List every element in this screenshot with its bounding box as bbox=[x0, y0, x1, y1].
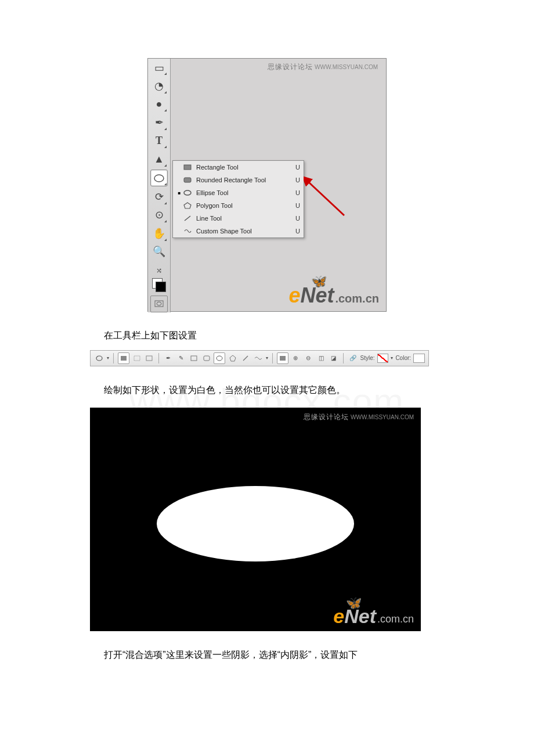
watermark-en: WWW.MISSYUAN.COM bbox=[315, 64, 378, 70]
tool-preset-icon[interactable] bbox=[94, 353, 104, 363]
flyout-shortcut: U bbox=[291, 202, 300, 209]
svg-point-0 bbox=[154, 175, 164, 182]
svg-rect-19 bbox=[280, 356, 286, 361]
link-icon[interactable]: 🔗 bbox=[348, 353, 358, 363]
svg-line-18 bbox=[243, 356, 248, 361]
flyout-shortcut: U bbox=[291, 189, 300, 196]
separator bbox=[158, 353, 159, 363]
ellipse-shape-icon[interactable] bbox=[214, 352, 225, 364]
zoom-tool[interactable]: 🔍 bbox=[151, 244, 167, 260]
style-label: Style: bbox=[360, 355, 375, 361]
flyout-custom-shape[interactable]: Custom Shape Tool U bbox=[173, 225, 304, 237]
custom-shape-icon bbox=[182, 227, 193, 235]
gradient-tool[interactable]: ▭ bbox=[151, 60, 167, 75]
flyout-shortcut: U bbox=[291, 215, 300, 222]
path-selection-tool[interactable]: ▲ bbox=[151, 151, 167, 167]
background-color[interactable] bbox=[156, 282, 166, 292]
dropdown-icon[interactable]: ▾ bbox=[391, 355, 393, 361]
svg-point-16 bbox=[217, 356, 222, 361]
hand-tool[interactable]: ✋ bbox=[151, 225, 167, 241]
rect-shape-icon[interactable] bbox=[189, 353, 199, 363]
swap-colors[interactable]: ⤭ bbox=[151, 267, 167, 275]
dodge-tool[interactable]: ● bbox=[151, 96, 167, 112]
butterfly-icon: 🦋 bbox=[346, 596, 362, 611]
pen-tool[interactable]: ✒ bbox=[151, 114, 167, 130]
enet-watermark: 🦋 e Net .com.cn bbox=[288, 283, 379, 308]
flyout-rounded-rect[interactable]: Rounded Rectangle Tool U bbox=[173, 174, 304, 186]
svg-rect-13 bbox=[146, 356, 152, 361]
flyout-label: Rounded Rectangle Tool bbox=[193, 177, 291, 183]
blur-tool[interactable]: ◔ bbox=[151, 78, 167, 93]
flyout-shortcut: U bbox=[291, 164, 300, 171]
watermark-missyuan: 思缘设计论坛 WWW.MISSYUAN.COM bbox=[268, 62, 378, 72]
flyout-line[interactable]: Line Tool U bbox=[173, 212, 304, 225]
dropdown-icon[interactable]: ▾ bbox=[266, 355, 268, 361]
shape-tool[interactable] bbox=[150, 170, 168, 186]
annotation-arrow bbox=[304, 175, 350, 221]
svg-point-10 bbox=[96, 356, 102, 361]
roundrect-shape-icon[interactable] bbox=[201, 353, 212, 363]
combine-new-icon[interactable] bbox=[277, 352, 288, 364]
separator bbox=[113, 353, 114, 363]
3d-rotate-tool[interactable]: ⟳ bbox=[151, 189, 167, 204]
flyout-label: Custom Shape Tool bbox=[193, 228, 291, 235]
svg-line-7 bbox=[185, 216, 190, 221]
combine-intersect-icon[interactable]: ◫ bbox=[316, 353, 326, 363]
enet-e: e bbox=[288, 283, 300, 308]
style-swatch[interactable] bbox=[377, 354, 389, 363]
flyout-label: Rectangle Tool bbox=[193, 164, 291, 171]
flyout-rectangle[interactable]: Rectangle Tool U bbox=[173, 161, 304, 174]
enet-e: e bbox=[333, 605, 344, 628]
enet-domain: .com.cn bbox=[335, 292, 379, 305]
flyout-polygon[interactable]: Polygon Tool U bbox=[173, 199, 304, 212]
combine-exclude-icon[interactable]: ◪ bbox=[329, 353, 339, 363]
flyout-label: Ellipse Tool bbox=[193, 189, 291, 196]
svg-line-9 bbox=[308, 182, 344, 215]
svg-rect-15 bbox=[204, 356, 210, 361]
flyout-shortcut: U bbox=[291, 177, 300, 183]
color-swatches[interactable] bbox=[151, 277, 167, 293]
color-swatch[interactable] bbox=[413, 354, 425, 363]
custom-shape-icon[interactable] bbox=[253, 353, 264, 363]
check-mark: ■ bbox=[176, 190, 182, 196]
3d-orbit-tool[interactable]: ⊙ bbox=[151, 207, 167, 223]
quick-mask[interactable] bbox=[150, 296, 168, 312]
options-bar: ▾ ✒ ✎ ▾ ⊕ ⊖ ◫ ◪ 🔗 Style: ▾ Color: bbox=[90, 350, 429, 366]
freeform-pen-icon[interactable]: ✎ bbox=[176, 353, 186, 363]
line-shape-icon[interactable] bbox=[240, 353, 251, 363]
line-icon bbox=[182, 214, 193, 222]
flyout-shortcut: U bbox=[291, 228, 300, 235]
shape-tool-flyout: Rectangle Tool U Rounded Rectangle Tool … bbox=[172, 160, 304, 238]
enet-watermark-2: 🦋 e Net .com.cn bbox=[333, 605, 414, 628]
svg-rect-3 bbox=[184, 165, 191, 170]
separator bbox=[272, 353, 273, 363]
separator bbox=[343, 353, 344, 363]
svg-marker-6 bbox=[184, 203, 191, 208]
flyout-label: Polygon Tool bbox=[193, 202, 291, 209]
caption-1: 在工具栏上如下图设置 bbox=[104, 328, 444, 343]
tool-palette: ▭ ◔ ● ✒ T ▲ ⟳ ⊙ ✋ 🔍 ⤭ bbox=[148, 59, 171, 312]
ellipse-icon bbox=[182, 189, 193, 197]
paths-mode[interactable] bbox=[132, 353, 142, 363]
shape-layers-mode[interactable] bbox=[118, 352, 129, 364]
butterfly-icon: 🦋 bbox=[311, 274, 327, 289]
fill-pixels-mode[interactable] bbox=[144, 353, 154, 363]
combine-subtract-icon[interactable]: ⊖ bbox=[303, 353, 313, 363]
svg-point-5 bbox=[184, 190, 191, 195]
pen-icon[interactable]: ✒ bbox=[163, 353, 174, 363]
type-tool[interactable]: T bbox=[151, 133, 167, 149]
svg-rect-14 bbox=[191, 356, 197, 361]
watermark-cn: 思缘设计论坛 bbox=[304, 413, 349, 421]
color-label: Color: bbox=[395, 355, 411, 361]
dropdown-icon[interactable]: ▾ bbox=[107, 355, 109, 361]
rounded-rect-icon bbox=[182, 176, 193, 184]
svg-rect-12 bbox=[134, 356, 140, 361]
flyout-label: Line Tool bbox=[193, 215, 291, 222]
polygon-shape-icon[interactable] bbox=[228, 353, 238, 363]
flyout-ellipse[interactable]: ■ Ellipse Tool U bbox=[173, 186, 304, 199]
canvas-result: 思缘设计论坛 WWW.MISSYUAN.COM 🦋 e Net .com.cn bbox=[90, 408, 421, 631]
polygon-icon bbox=[182, 201, 193, 210]
watermark-cn: 思缘设计论坛 bbox=[268, 63, 313, 71]
combine-add-icon[interactable]: ⊕ bbox=[291, 353, 301, 363]
svg-point-2 bbox=[157, 302, 161, 305]
